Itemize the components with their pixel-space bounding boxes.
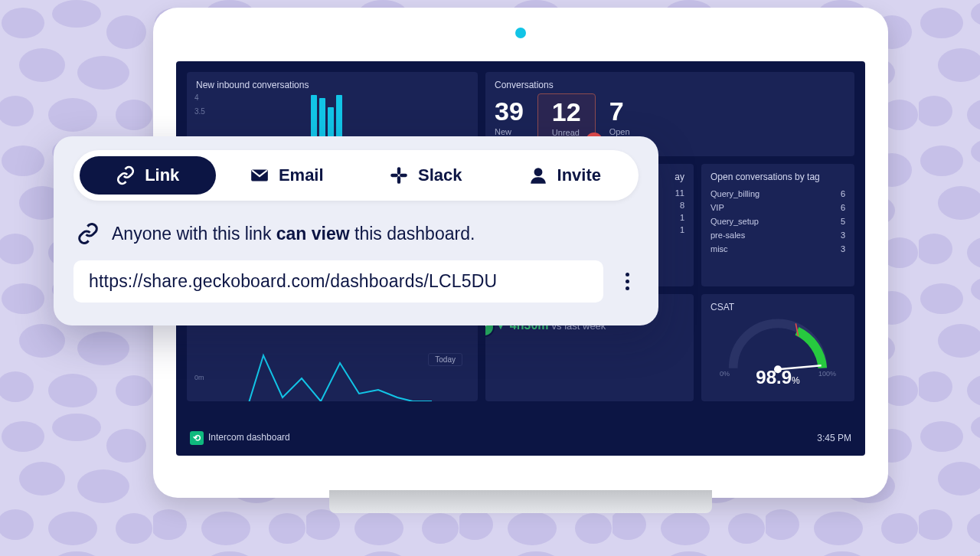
link-icon — [116, 165, 136, 185]
table-row: VIP6 — [710, 201, 845, 214]
csat-card: CSAT 0% 100% 98.9% — [701, 294, 854, 401]
envelope-icon — [250, 165, 270, 185]
svg-rect-14 — [397, 167, 400, 175]
stat-open-value: 7 — [609, 98, 630, 124]
footer-title: Intercom dashboard — [208, 432, 290, 443]
inbound-ytick-1: 3.5 — [194, 107, 205, 116]
tab-link[interactable]: Link — [80, 156, 216, 195]
share-modal: Link Email Slack Invite Anyone with this… — [54, 136, 658, 325]
tab-slack[interactable]: Slack — [358, 156, 494, 195]
slack-icon — [389, 165, 409, 185]
table-row: Query_billing6 — [710, 187, 845, 201]
inbound-bars — [311, 95, 469, 138]
camera-dot — [515, 28, 526, 38]
tags-title: Open conversations by tag — [710, 172, 845, 182]
svg-rect-17 — [400, 174, 407, 177]
tab-invite[interactable]: Invite — [497, 156, 633, 195]
inbound-ytick-0: 4 — [194, 93, 199, 102]
table-row: misc3 — [710, 242, 845, 256]
tab-email[interactable]: Email — [219, 156, 355, 195]
more-options-button[interactable] — [616, 273, 639, 290]
stat-new-label: New — [495, 127, 524, 136]
svg-point-18 — [534, 168, 542, 176]
svg-rect-15 — [397, 176, 400, 184]
closetime-today-label: Today — [428, 353, 462, 366]
inbound-title: New inbound conversations — [196, 80, 469, 90]
share-description: Anyone with this link can view this dash… — [77, 222, 635, 245]
svg-line-12 — [778, 365, 822, 369]
tags-card: Open conversations by tag Query_billing6… — [701, 164, 854, 286]
conversations-title: Conversations — [495, 80, 845, 90]
laptop-base — [329, 490, 712, 513]
stat-unread[interactable]: 12 Unread ! — [537, 93, 596, 142]
footer-time: 3:45 PM — [817, 433, 851, 443]
stat-new: 39 New — [495, 98, 524, 136]
closetime-ylabel: 0m — [194, 374, 204, 381]
tab-link-label: Link — [145, 165, 179, 185]
stat-open: 7 Open — [609, 98, 630, 136]
share-tab-bar: Link Email Slack Invite — [74, 150, 639, 201]
csat-gauge — [710, 317, 845, 374]
stat-unread-value: 12 — [552, 99, 581, 125]
stat-new-value: 39 — [495, 98, 524, 124]
tab-slack-label: Slack — [418, 165, 462, 185]
tab-invite-label: Invite — [557, 165, 601, 185]
share-url-input[interactable]: https://share.geckoboard.com/dashboards/… — [74, 260, 603, 303]
csat-title: CSAT — [710, 302, 845, 312]
intercom-logo-icon: ⟲ — [190, 431, 204, 445]
tab-email-label: Email — [279, 165, 324, 185]
link-icon — [77, 222, 100, 245]
user-icon — [528, 165, 548, 185]
table-row: pre-sales3 — [710, 228, 845, 242]
table-row: Query_setup5 — [710, 214, 845, 228]
stat-open-label: Open — [609, 127, 630, 136]
dashboard-footer: ⟲Intercom dashboard 3:45 PM — [187, 425, 854, 445]
svg-rect-16 — [390, 174, 398, 177]
